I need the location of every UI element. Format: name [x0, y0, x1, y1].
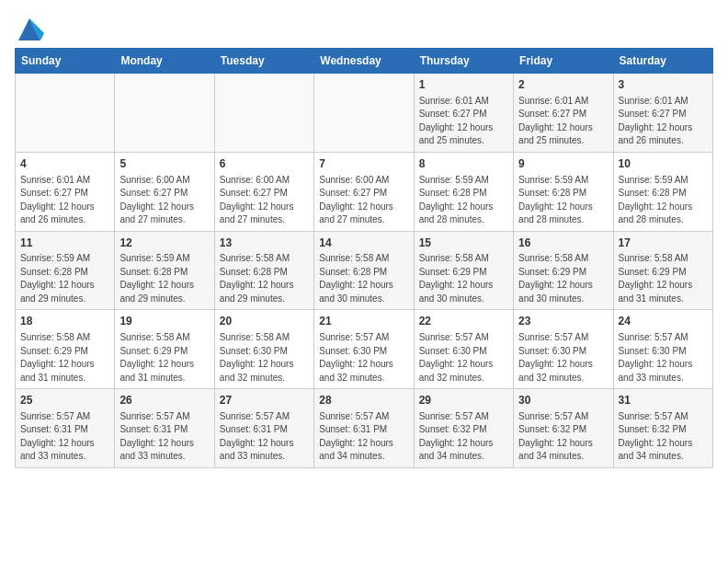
calendar-cell: 24Sunrise: 5:57 AM Sunset: 6:30 PM Dayli… [613, 310, 712, 389]
calendar-cell [115, 74, 214, 153]
day-number: 3 [619, 77, 708, 93]
day-number: 5 [119, 156, 209, 172]
weekday-header-saturday: Saturday [613, 49, 712, 74]
day-number: 26 [119, 393, 209, 408]
calendar-cell: 20Sunrise: 5:58 AM Sunset: 6:30 PM Dayli… [214, 310, 313, 389]
calendar-cell: 5Sunrise: 6:00 AM Sunset: 6:27 PM Daylig… [115, 152, 214, 231]
calendar-week-row: 4Sunrise: 6:01 AM Sunset: 6:27 PM Daylig… [16, 152, 713, 231]
day-info: Sunrise: 5:58 AM Sunset: 6:29 PM Dayligh… [119, 331, 209, 385]
day-number: 7 [319, 156, 408, 172]
day-info: Sunrise: 5:58 AM Sunset: 6:28 PM Dayligh… [220, 252, 309, 305]
calendar-cell: 15Sunrise: 5:58 AM Sunset: 6:29 PM Dayli… [414, 231, 513, 310]
day-number: 31 [619, 393, 708, 408]
day-info: Sunrise: 5:59 AM Sunset: 6:28 PM Dayligh… [419, 174, 508, 227]
weekday-header-thursday: Thursday [414, 49, 513, 74]
day-number: 1 [419, 77, 508, 93]
calendar-cell: 16Sunrise: 5:58 AM Sunset: 6:29 PM Dayli… [514, 231, 613, 310]
day-info: Sunrise: 6:00 AM Sunset: 6:27 PM Dayligh… [220, 174, 309, 227]
calendar-table: SundayMondayTuesdayWednesdayThursdayFrid… [15, 48, 713, 468]
weekday-header-tuesday: Tuesday [214, 49, 313, 74]
day-number: 30 [518, 393, 608, 408]
day-info: Sunrise: 5:59 AM Sunset: 6:28 PM Dayligh… [119, 252, 209, 305]
weekday-header-wednesday: Wednesday [314, 49, 414, 74]
day-number: 11 [20, 236, 109, 251]
day-info: Sunrise: 5:57 AM Sunset: 6:30 PM Dayligh… [419, 331, 508, 385]
day-info: Sunrise: 5:57 AM Sunset: 6:31 PM Dayligh… [119, 410, 209, 464]
calendar-cell: 27Sunrise: 5:57 AM Sunset: 6:31 PM Dayli… [214, 389, 313, 468]
calendar-cell: 6Sunrise: 6:00 AM Sunset: 6:27 PM Daylig… [214, 152, 313, 231]
day-info: Sunrise: 6:00 AM Sunset: 6:27 PM Dayligh… [319, 174, 408, 227]
day-info: Sunrise: 6:01 AM Sunset: 6:27 PM Dayligh… [619, 95, 708, 148]
day-info: Sunrise: 5:57 AM Sunset: 6:32 PM Dayligh… [419, 410, 508, 464]
calendar-cell [314, 74, 414, 153]
calendar-cell: 17Sunrise: 5:58 AM Sunset: 6:29 PM Dayli… [613, 231, 712, 310]
day-info: Sunrise: 5:58 AM Sunset: 6:28 PM Dayligh… [319, 252, 408, 305]
weekday-header-monday: Monday [115, 49, 214, 74]
day-info: Sunrise: 5:58 AM Sunset: 6:29 PM Dayligh… [20, 331, 109, 385]
calendar-cell: 26Sunrise: 5:57 AM Sunset: 6:31 PM Dayli… [115, 389, 214, 468]
day-number: 18 [20, 314, 109, 329]
calendar-cell: 30Sunrise: 5:57 AM Sunset: 6:32 PM Dayli… [514, 389, 613, 468]
day-info: Sunrise: 6:01 AM Sunset: 6:27 PM Dayligh… [518, 95, 608, 148]
calendar-cell: 31Sunrise: 5:57 AM Sunset: 6:32 PM Dayli… [613, 389, 712, 468]
day-info: Sunrise: 5:57 AM Sunset: 6:32 PM Dayligh… [619, 410, 708, 464]
day-number: 25 [20, 393, 109, 408]
day-info: Sunrise: 5:57 AM Sunset: 6:30 PM Dayligh… [619, 331, 708, 385]
calendar-cell: 7Sunrise: 6:00 AM Sunset: 6:27 PM Daylig… [314, 152, 414, 231]
calendar-cell: 29Sunrise: 5:57 AM Sunset: 6:32 PM Dayli… [414, 389, 513, 468]
calendar-week-row: 1Sunrise: 6:01 AM Sunset: 6:27 PM Daylig… [16, 74, 713, 153]
logo-icon [15, 15, 40, 40]
day-number: 23 [518, 314, 608, 329]
page-header [15, 15, 713, 40]
calendar-cell [16, 74, 115, 153]
calendar-cell: 3Sunrise: 6:01 AM Sunset: 6:27 PM Daylig… [613, 74, 712, 153]
day-info: Sunrise: 5:57 AM Sunset: 6:30 PM Dayligh… [319, 331, 408, 385]
day-info: Sunrise: 5:57 AM Sunset: 6:31 PM Dayligh… [319, 410, 408, 464]
day-number: 24 [619, 314, 708, 329]
weekday-header-friday: Friday [514, 49, 613, 74]
day-info: Sunrise: 5:57 AM Sunset: 6:31 PM Dayligh… [20, 410, 109, 464]
weekday-header-sunday: Sunday [16, 49, 115, 74]
calendar-week-row: 11Sunrise: 5:59 AM Sunset: 6:28 PM Dayli… [16, 231, 713, 310]
day-number: 17 [619, 236, 708, 251]
calendar-cell: 28Sunrise: 5:57 AM Sunset: 6:31 PM Dayli… [314, 389, 414, 468]
day-number: 16 [518, 236, 608, 251]
logo [15, 15, 44, 40]
day-info: Sunrise: 5:57 AM Sunset: 6:31 PM Dayligh… [220, 410, 309, 464]
calendar-cell: 18Sunrise: 5:58 AM Sunset: 6:29 PM Dayli… [16, 310, 115, 389]
day-info: Sunrise: 5:57 AM Sunset: 6:32 PM Dayligh… [518, 410, 608, 464]
day-info: Sunrise: 5:58 AM Sunset: 6:29 PM Dayligh… [518, 252, 608, 305]
calendar-cell: 13Sunrise: 5:58 AM Sunset: 6:28 PM Dayli… [214, 231, 313, 310]
calendar-cell: 10Sunrise: 5:59 AM Sunset: 6:28 PM Dayli… [613, 152, 712, 231]
day-info: Sunrise: 5:58 AM Sunset: 6:30 PM Dayligh… [220, 331, 309, 385]
day-number: 15 [419, 236, 508, 251]
day-number: 8 [419, 156, 508, 172]
calendar-week-row: 25Sunrise: 5:57 AM Sunset: 6:31 PM Dayli… [16, 389, 713, 468]
day-info: Sunrise: 5:57 AM Sunset: 6:30 PM Dayligh… [518, 331, 608, 385]
day-number: 20 [220, 314, 309, 329]
day-number: 19 [119, 314, 209, 329]
calendar-cell: 23Sunrise: 5:57 AM Sunset: 6:30 PM Dayli… [514, 310, 613, 389]
calendar-cell: 21Sunrise: 5:57 AM Sunset: 6:30 PM Dayli… [314, 310, 414, 389]
weekday-header-row: SundayMondayTuesdayWednesdayThursdayFrid… [16, 49, 713, 74]
day-number: 9 [518, 156, 608, 172]
day-number: 27 [220, 393, 309, 408]
calendar-cell: 22Sunrise: 5:57 AM Sunset: 6:30 PM Dayli… [414, 310, 513, 389]
day-number: 14 [319, 236, 408, 251]
calendar-cell: 8Sunrise: 5:59 AM Sunset: 6:28 PM Daylig… [414, 152, 513, 231]
day-number: 6 [220, 156, 309, 172]
day-info: Sunrise: 5:59 AM Sunset: 6:28 PM Dayligh… [518, 174, 608, 227]
day-number: 22 [419, 314, 508, 329]
day-number: 2 [518, 77, 608, 93]
calendar-cell: 12Sunrise: 5:59 AM Sunset: 6:28 PM Dayli… [115, 231, 214, 310]
day-info: Sunrise: 6:01 AM Sunset: 6:27 PM Dayligh… [20, 174, 109, 227]
day-number: 10 [619, 156, 708, 172]
calendar-week-row: 18Sunrise: 5:58 AM Sunset: 6:29 PM Dayli… [16, 310, 713, 389]
day-info: Sunrise: 6:01 AM Sunset: 6:27 PM Dayligh… [419, 95, 508, 148]
calendar-cell: 25Sunrise: 5:57 AM Sunset: 6:31 PM Dayli… [16, 389, 115, 468]
day-number: 12 [119, 236, 209, 251]
calendar-cell: 2Sunrise: 6:01 AM Sunset: 6:27 PM Daylig… [514, 74, 613, 153]
calendar-cell: 9Sunrise: 5:59 AM Sunset: 6:28 PM Daylig… [514, 152, 613, 231]
day-info: Sunrise: 5:58 AM Sunset: 6:29 PM Dayligh… [619, 252, 708, 305]
day-info: Sunrise: 5:59 AM Sunset: 6:28 PM Dayligh… [619, 174, 708, 227]
